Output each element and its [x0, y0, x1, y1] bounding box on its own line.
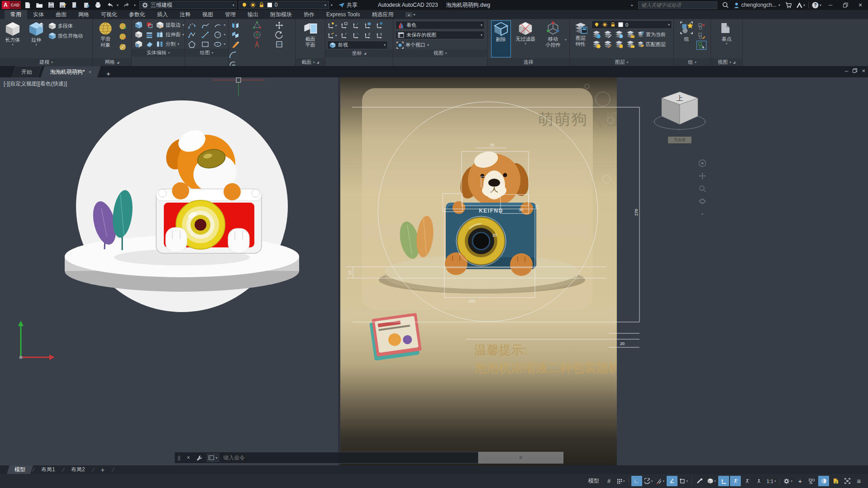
group-selection-toggle[interactable] [696, 41, 706, 50]
array-button[interactable] [252, 30, 262, 39]
ucs-3point-button[interactable]: 3 [374, 31, 384, 40]
ungroup-button[interactable] [696, 22, 706, 31]
redo-caret[interactable]: ▾ [134, 3, 138, 7]
share-button[interactable]: 共享 [336, 0, 359, 9]
line-button[interactable] [200, 30, 210, 39]
layout-tab-model[interactable]: 模型 [7, 465, 33, 474]
presspull-button[interactable]: 按住并拖动 [48, 32, 83, 40]
nav-orbit-button[interactable] [697, 197, 707, 206]
qat-customize-caret[interactable]: ▾ [331, 3, 334, 7]
scale-button[interactable] [252, 40, 262, 49]
smooth-less-button[interactable] [118, 32, 128, 41]
erase-button[interactable] [230, 40, 240, 49]
save-button[interactable] [46, 0, 56, 9]
ucs-z-button[interactable]: Z [362, 31, 372, 40]
eraser-face-button[interactable] [145, 40, 155, 49]
layer-unisolate-icon[interactable] [603, 40, 613, 49]
rotate3d-button[interactable] [274, 30, 284, 39]
status-model-label[interactable]: 模型 [585, 477, 603, 485]
tab-solid[interactable]: 实体 [27, 10, 50, 19]
doc-restore-button[interactable] [853, 68, 857, 74]
minimize-button[interactable]: ─ [825, 0, 836, 9]
panel-label-coordinates[interactable]: 坐标◢ [325, 49, 393, 57]
polar-tracking-toggle[interactable]: ▾ [643, 476, 654, 486]
panel-label-selection[interactable]: 选择 [487, 58, 569, 66]
recent-commands-button[interactable]: ▾ [207, 454, 219, 462]
panel-label-draw[interactable]: 绘图▾ [185, 49, 228, 57]
stretch-button[interactable] [230, 30, 240, 39]
layer-combo[interactable]: 0▾ [591, 20, 672, 29]
named-view-combo[interactable]: 未保存的视图▾ [396, 31, 485, 39]
otrack-toggle[interactable]: ∠ [667, 476, 677, 486]
layout-tab-2[interactable]: 布局2 [63, 465, 93, 474]
new-layout-button[interactable]: + [93, 465, 112, 474]
tab-surface[interactable]: 曲面 [50, 10, 72, 19]
status-customization-menu[interactable]: ≡ [854, 476, 864, 486]
trim-button[interactable] [274, 40, 284, 49]
osnap-toggle[interactable]: ▾ [678, 476, 689, 486]
circle-button[interactable]: ▾ [214, 30, 228, 39]
ucs-world-button[interactable] [339, 21, 349, 30]
customization-plus-button[interactable]: + [795, 476, 806, 486]
viewport-config-button[interactable]: 单个视口▾ [396, 41, 485, 49]
selection-filter-combo[interactable]: 无过滤器▾ [514, 20, 537, 46]
fillet-edge-button[interactable] [228, 50, 238, 59]
slice-button[interactable] [145, 21, 155, 30]
arc-more-button[interactable]: ▾ [214, 21, 228, 29]
tab-addins[interactable]: 附加模块 [264, 10, 298, 19]
doc-minimize-button[interactable]: ─ [845, 68, 849, 74]
doc-close-button[interactable]: × [862, 67, 865, 74]
redo-button[interactable] [122, 0, 132, 9]
ucs-origin-button[interactable] [339, 31, 349, 40]
file-tab-start[interactable]: 开始 [12, 66, 42, 77]
panel-label-section[interactable]: 截面▾◢ [296, 58, 325, 66]
layer-off-icon[interactable] [591, 30, 601, 39]
help-button[interactable]: ?▾ [812, 0, 821, 9]
close-button[interactable]: × [854, 0, 866, 9]
extrude-face-button[interactable]: 拉伸面▾ [156, 30, 185, 39]
thicken-button[interactable] [145, 30, 155, 39]
autodesk-apps-button[interactable]: ▾ [796, 0, 805, 9]
ucs-object-button[interactable] [351, 21, 361, 30]
annotation-scale-button[interactable]: 1:1▾ [765, 476, 777, 486]
layer-thaw-icon[interactable] [614, 40, 624, 49]
intersect-button[interactable] [134, 40, 143, 49]
mesh-crease-button[interactable] [118, 43, 128, 52]
workspace-switching-button[interactable]: ▾ [782, 476, 794, 486]
extrude-button[interactable]: 拉伸▾ [25, 20, 48, 47]
tab-annotate[interactable]: 注释 [174, 10, 196, 19]
tab-parametric[interactable]: 参数化 [123, 10, 151, 19]
nav-more-button[interactable]: ▾ [697, 209, 707, 218]
ucs-face-button[interactable] [362, 21, 372, 30]
panel-label-view[interactable]: 视图▾ [393, 49, 487, 57]
layer-on-icon[interactable] [591, 40, 601, 49]
ucs-named-button[interactable] [374, 21, 384, 30]
workspace-combo[interactable]: 三维建模 ▾ [139, 1, 237, 9]
search-expand-caret[interactable]: ▸ [631, 3, 635, 7]
layer-isolate-icon[interactable] [603, 30, 613, 39]
nav-pan-button[interactable] [697, 171, 707, 180]
smooth-more-button[interactable] [118, 22, 128, 31]
command-input[interactable] [222, 454, 475, 461]
match-layer-button[interactable]: 匹配图层 [637, 40, 666, 49]
viewcube-ucs-dropdown[interactable]: 无命名 [668, 137, 692, 143]
open-file-button[interactable] [34, 0, 44, 9]
account-button[interactable]: chenglongch... ▾ [734, 0, 780, 9]
layer-lock-btn-icon[interactable] [625, 30, 635, 39]
lineweight-toggle[interactable] [694, 476, 705, 486]
new-file-button[interactable] [23, 0, 33, 9]
rectangle-button[interactable] [200, 40, 210, 49]
subtract-button[interactable] [134, 30, 143, 39]
viewport-controls-label[interactable]: [-][自定义视图][着色(快速)] [4, 80, 67, 88]
snap-toggle[interactable]: ▾ [615, 476, 626, 486]
box-button[interactable]: 长方体▾ [1, 20, 24, 47]
nav-wheel-button[interactable] [697, 159, 707, 168]
spline-button[interactable] [200, 21, 210, 30]
batch-plot-button[interactable] [81, 0, 91, 9]
panel-label-modeling[interactable]: 建模▾ [0, 58, 92, 66]
panel-label-layers[interactable]: 图层▾ [570, 58, 673, 66]
fullscreen-button[interactable] [842, 476, 853, 486]
ucs-icon-button[interactable]: ▾ [327, 21, 337, 30]
section-plane-button[interactable]: 截面平面 [299, 20, 322, 47]
viewport-left[interactable]: [-][自定义视图][着色(快速)] [0, 77, 339, 465]
